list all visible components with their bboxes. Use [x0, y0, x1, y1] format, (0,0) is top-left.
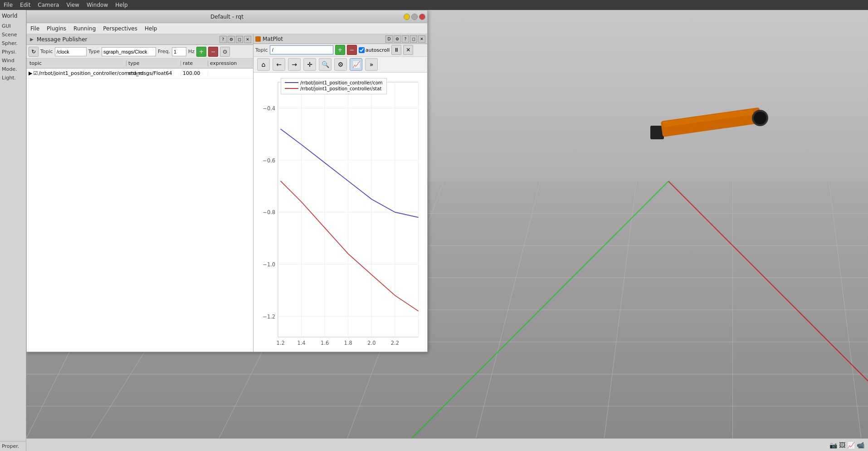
- topic-input[interactable]: [55, 47, 87, 56]
- nav-zoom-button[interactable]: 🔍: [319, 58, 332, 71]
- remove-button[interactable]: −: [208, 47, 218, 57]
- help-button[interactable]: ?: [219, 36, 227, 43]
- sidebar-item-wind[interactable]: Wind: [0, 56, 26, 65]
- nav-chart-button[interactable]: 📈: [350, 58, 362, 71]
- svg-text:1.8: 1.8: [344, 340, 352, 346]
- msg-pub-toolbar: ↻ Topic Type Freq. Hz + − ⊙: [27, 45, 253, 59]
- sidebar-item-spherical[interactable]: Spher.: [0, 39, 26, 48]
- freq-input[interactable]: [172, 47, 186, 56]
- msg-pub-controls: ? ⚙ ◻ ✕: [219, 36, 251, 43]
- legend-item-blue: /rrbot/joint1_position_controller/com: [285, 80, 383, 85]
- close-button[interactable]: [419, 14, 425, 20]
- svg-point-24: [754, 112, 766, 124]
- freq-label: Freq.: [158, 49, 170, 54]
- statusbar-icons: 📷 🖼 📈 📹: [829, 441, 864, 449]
- matplot-close-button[interactable]: ✕: [418, 35, 425, 43]
- close-panel-button[interactable]: ✕: [244, 36, 251, 43]
- menu-help[interactable]: Help: [115, 2, 127, 8]
- minimize-button[interactable]: [404, 14, 410, 20]
- svg-text:−1.2: −1.2: [263, 313, 275, 319]
- legend-item-red: /rrbot/joint1_position_controller/stat: [285, 86, 383, 91]
- menu-file[interactable]: File: [4, 2, 13, 8]
- row-rate: 100.00: [181, 70, 208, 76]
- svg-text:2.0: 2.0: [367, 340, 375, 346]
- matplot-title: MatPlot: [263, 36, 384, 42]
- row-checkbox[interactable]: ☑: [33, 70, 38, 76]
- matplot-settings-button[interactable]: ⚙: [394, 35, 401, 43]
- matplot-controls: D ⚙ ? ◻ ✕: [385, 35, 425, 43]
- menu-window[interactable]: Window: [87, 2, 108, 8]
- col-header-topic: topic: [27, 60, 127, 66]
- chart-legend: /rrbot/joint1_position_controller/com /r…: [281, 78, 387, 94]
- rqt-titlebar: Default - rqt: [27, 10, 427, 23]
- table-content: ▶ ☑ /rrbot/joint1_position_controller/co…: [27, 69, 253, 352]
- clear-button[interactable]: ⊙: [220, 47, 230, 57]
- svg-text:−0.4: −0.4: [263, 105, 275, 112]
- message-publisher-panel: ▶ Message Publisher ? ⚙ ◻ ✕ ↻ Topic Type…: [27, 34, 254, 352]
- matplot-toolbar: Topic + − autoscroll ⏸ ✕: [254, 44, 427, 57]
- rqt-menu-plugins[interactable]: Plugins: [45, 25, 68, 32]
- rqt-menu-perspectives[interactable]: Perspectives: [101, 25, 139, 32]
- chart-icon[interactable]: 📈: [847, 441, 855, 449]
- add-topic-button[interactable]: +: [335, 45, 345, 55]
- row-topic: ▶ ☑ /rrbot/joint1_position_controller/co…: [27, 70, 127, 76]
- rqt-menu-file[interactable]: File: [29, 25, 41, 32]
- matplot-header: MatPlot D ⚙ ? ◻ ✕: [254, 34, 427, 44]
- matplot-nav: ⌂ ← → ✛ 🔍 ⚙ 📈 »: [254, 57, 427, 73]
- nav-move-button[interactable]: ✛: [303, 58, 316, 71]
- remove-topic-button[interactable]: −: [347, 45, 357, 55]
- svg-text:1.4: 1.4: [297, 340, 305, 346]
- hz-label: Hz: [188, 49, 195, 54]
- col-header-expr: expression: [208, 60, 253, 66]
- nav-home-button[interactable]: ⌂: [257, 58, 270, 71]
- sidebar-item-gui[interactable]: GUI: [0, 22, 26, 30]
- svg-text:1.6: 1.6: [321, 340, 329, 346]
- nav-forward-button[interactable]: →: [288, 58, 301, 71]
- matplot-help-button[interactable]: D: [385, 35, 393, 43]
- maximize-button[interactable]: [411, 14, 418, 20]
- refresh-button[interactable]: ↻: [29, 47, 39, 57]
- properties-bar: Proper.: [0, 441, 26, 451]
- sidebar-item-scene[interactable]: Scene: [0, 30, 26, 39]
- statusbar: 📷 🖼 📈 📹: [26, 438, 868, 451]
- svg-text:−0.8: −0.8: [263, 209, 275, 216]
- image-icon[interactable]: 🖼: [839, 441, 845, 449]
- nav-settings-button[interactable]: ⚙: [334, 58, 347, 71]
- video-icon[interactable]: 📹: [857, 441, 864, 449]
- row-type: std_msgs/Float64: [127, 70, 181, 76]
- sidebar-item-physics[interactable]: Physi.: [0, 48, 26, 56]
- autoscroll-checkbox[interactable]: [359, 47, 365, 53]
- col-header-rate: rate: [181, 60, 208, 66]
- autoscroll-label: autoscroll: [366, 47, 390, 53]
- svg-text:2.2: 2.2: [391, 340, 399, 346]
- play-icon: ▶: [29, 36, 35, 43]
- menu-camera[interactable]: Camera: [38, 2, 59, 8]
- matplot-undock-button[interactable]: ◻: [410, 35, 417, 43]
- legend-line-red: [285, 88, 298, 89]
- world-label: World: [0, 10, 26, 22]
- sidebar-item-models[interactable]: Mode.: [0, 65, 26, 74]
- nav-more-button[interactable]: »: [365, 58, 378, 71]
- rqt-menu-running[interactable]: Running: [72, 25, 98, 32]
- clear-chart-button[interactable]: ✕: [403, 45, 413, 55]
- chart-area: /rrbot/joint1_position_controller/com /r…: [254, 73, 427, 352]
- matplot-panel: MatPlot D ⚙ ? ◻ ✕ Topic + − autoscroll: [254, 34, 427, 352]
- matplot-topic-input[interactable]: [270, 45, 333, 54]
- camera-icon[interactable]: 📷: [829, 441, 837, 449]
- matplot-info-button[interactable]: ?: [402, 35, 409, 43]
- sidebar-item-lights[interactable]: Light.: [0, 74, 26, 82]
- topic-label: Topic: [40, 49, 53, 54]
- pause-button[interactable]: ⏸: [391, 45, 401, 55]
- add-button[interactable]: +: [196, 47, 206, 57]
- settings-button[interactable]: ⚙: [228, 36, 235, 43]
- nav-back-button[interactable]: ←: [273, 58, 285, 71]
- legend-label-blue: /rrbot/joint1_position_controller/com: [300, 80, 383, 85]
- rqt-menu-help[interactable]: Help: [143, 25, 159, 32]
- chart-svg: −0.4 −0.6 −0.8 −1.0 −1.2 1.2 1.4 1.6 1.8…: [257, 76, 424, 348]
- row-expand-icon[interactable]: ▶: [29, 70, 32, 76]
- robot-arm-svg: [650, 101, 777, 160]
- undock-button[interactable]: ◻: [236, 36, 243, 43]
- menu-edit[interactable]: Edit: [20, 2, 30, 8]
- type-input[interactable]: [102, 47, 156, 56]
- menu-view[interactable]: View: [66, 2, 79, 8]
